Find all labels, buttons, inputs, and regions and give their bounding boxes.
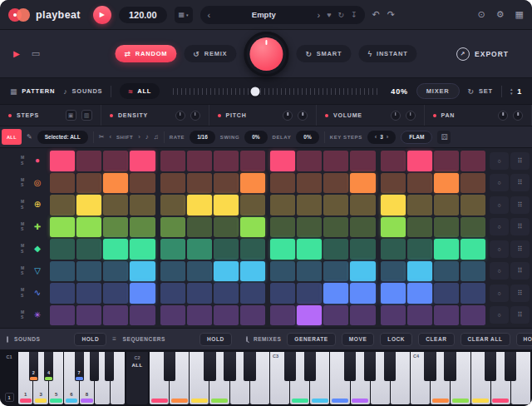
step-cell[interactable] bbox=[50, 239, 75, 260]
step-cell[interactable] bbox=[381, 151, 406, 171]
track-icon[interactable]: ◎ bbox=[30, 179, 45, 187]
octave-number[interactable]: 1 bbox=[5, 393, 14, 402]
solo-button[interactable]: S bbox=[21, 294, 27, 299]
step-cell[interactable] bbox=[270, 283, 295, 304]
shift-left-button[interactable]: ‹ bbox=[110, 133, 112, 141]
step-cell[interactable] bbox=[407, 173, 432, 194]
bpm-display[interactable]: 120.00 bbox=[119, 7, 167, 23]
step-cell[interactable] bbox=[160, 305, 185, 326]
step-cell[interactable] bbox=[323, 283, 348, 304]
step-cell[interactable] bbox=[160, 239, 185, 260]
step-cell[interactable] bbox=[434, 305, 459, 326]
track-drag-handle[interactable]: ⠿ bbox=[510, 306, 530, 324]
track-drag-handle[interactable]: ⠿ bbox=[510, 174, 530, 191]
export-button[interactable]: ↗ EXPORT bbox=[456, 47, 509, 61]
mute-button[interactable]: M bbox=[21, 244, 27, 249]
notes-icon[interactable]: ♫ bbox=[154, 133, 159, 141]
step-cell[interactable] bbox=[160, 261, 185, 282]
step-cell[interactable] bbox=[297, 195, 322, 215]
step-cell[interactable] bbox=[461, 217, 485, 238]
preset-prev-button[interactable]: ‹ bbox=[208, 10, 211, 20]
solo-button[interactable]: S bbox=[21, 271, 27, 276]
step-cell[interactable] bbox=[50, 173, 75, 194]
step-cell[interactable] bbox=[270, 305, 295, 326]
step-cell[interactable] bbox=[434, 173, 459, 194]
step-cell[interactable] bbox=[76, 261, 101, 282]
amount-slider-handle[interactable] bbox=[250, 87, 259, 96]
step-cell[interactable] bbox=[130, 261, 155, 282]
step-cell[interactable] bbox=[214, 173, 239, 194]
flam-button[interactable]: FLAM bbox=[401, 131, 432, 144]
piano-key-black[interactable] bbox=[244, 352, 255, 381]
step-cell[interactable] bbox=[297, 305, 322, 326]
step-cell[interactable] bbox=[76, 305, 101, 326]
step-cell[interactable] bbox=[270, 195, 295, 215]
generate-button[interactable]: GENERATE bbox=[287, 333, 335, 346]
step-cell[interactable] bbox=[214, 195, 239, 215]
step-cell[interactable] bbox=[214, 239, 239, 260]
lock-button[interactable]: LOCK bbox=[380, 333, 412, 346]
mute-button[interactable]: M bbox=[21, 156, 27, 161]
track-led-button[interactable]: ○ bbox=[490, 240, 509, 258]
step-cell[interactable] bbox=[350, 151, 375, 171]
layout-grid-icon[interactable]: ▦ bbox=[515, 9, 524, 20]
down-icon[interactable]: ▾ bbox=[510, 92, 513, 96]
step-cell[interactable] bbox=[297, 217, 322, 238]
step-cell[interactable] bbox=[240, 151, 265, 171]
piano-key-black[interactable]: 2 bbox=[29, 352, 38, 381]
favorite-heart-icon[interactable]: ♥ bbox=[327, 11, 331, 19]
step-cell[interactable] bbox=[350, 239, 375, 260]
pencil-icon[interactable]: ✎ bbox=[27, 133, 32, 141]
step-cell[interactable] bbox=[240, 305, 265, 326]
step-cell[interactable] bbox=[381, 195, 406, 215]
step-cell[interactable] bbox=[50, 261, 75, 282]
step-cell[interactable] bbox=[407, 305, 432, 326]
step-cell[interactable] bbox=[407, 239, 432, 260]
track-drag-handle[interactable]: ⠿ bbox=[510, 196, 530, 214]
step-cell[interactable] bbox=[50, 305, 75, 326]
piano-key-black[interactable] bbox=[485, 352, 496, 381]
step-cell[interactable] bbox=[187, 305, 212, 326]
step-cell[interactable] bbox=[461, 151, 485, 171]
solo-button[interactable]: S bbox=[21, 183, 27, 188]
step-cell[interactable] bbox=[160, 195, 185, 215]
track-led-button[interactable]: ○ bbox=[490, 152, 509, 170]
step-cell[interactable] bbox=[297, 151, 322, 171]
track-icon[interactable]: ▽ bbox=[30, 267, 45, 275]
step-cell[interactable] bbox=[434, 151, 459, 171]
volume-knob-2[interactable] bbox=[406, 111, 416, 121]
step-cell[interactable] bbox=[323, 195, 348, 215]
step-cell[interactable] bbox=[187, 151, 212, 171]
step-cell[interactable] bbox=[434, 283, 459, 304]
settings-gear-icon[interactable]: ⚙ bbox=[496, 9, 505, 20]
piano-key-black[interactable]: 4 bbox=[44, 352, 53, 381]
step-cell[interactable] bbox=[461, 195, 485, 215]
keysteps-inc-button[interactable]: › bbox=[387, 133, 389, 141]
piano-key-black[interactable] bbox=[284, 352, 296, 381]
sequencers-hold-button[interactable]: HOLD bbox=[200, 333, 232, 346]
step-cell[interactable] bbox=[297, 239, 322, 260]
step-cell[interactable] bbox=[350, 195, 375, 215]
piano-key-black[interactable] bbox=[224, 352, 235, 381]
pads-icon[interactable]: ▭ bbox=[32, 48, 40, 59]
step-cell[interactable] bbox=[323, 217, 348, 238]
midi-icon[interactable]: ⊙ bbox=[478, 9, 485, 20]
pan-knob-2[interactable] bbox=[513, 111, 523, 121]
step-cell[interactable] bbox=[297, 261, 322, 282]
smart-button[interactable]: ↻ SMART bbox=[296, 45, 351, 62]
step-cell[interactable] bbox=[461, 173, 485, 194]
track-led-button[interactable]: ○ bbox=[490, 196, 509, 214]
step-cell[interactable] bbox=[214, 305, 239, 326]
track-icon[interactable]: ● bbox=[30, 156, 45, 165]
step-cell[interactable] bbox=[240, 195, 265, 215]
step-cell[interactable] bbox=[240, 239, 265, 260]
steps-mode-a-button[interactable]: ▣ bbox=[66, 110, 76, 121]
steps-mode-b-button[interactable]: ▥ bbox=[81, 110, 92, 121]
pitch-knob-2[interactable] bbox=[298, 111, 308, 121]
step-cell[interactable] bbox=[214, 151, 239, 171]
step-cell[interactable] bbox=[130, 217, 155, 238]
track-led-button[interactable]: ○ bbox=[490, 174, 509, 191]
step-cell[interactable] bbox=[160, 151, 185, 171]
step-cell[interactable] bbox=[270, 239, 295, 260]
density-knob-1[interactable] bbox=[175, 111, 185, 121]
